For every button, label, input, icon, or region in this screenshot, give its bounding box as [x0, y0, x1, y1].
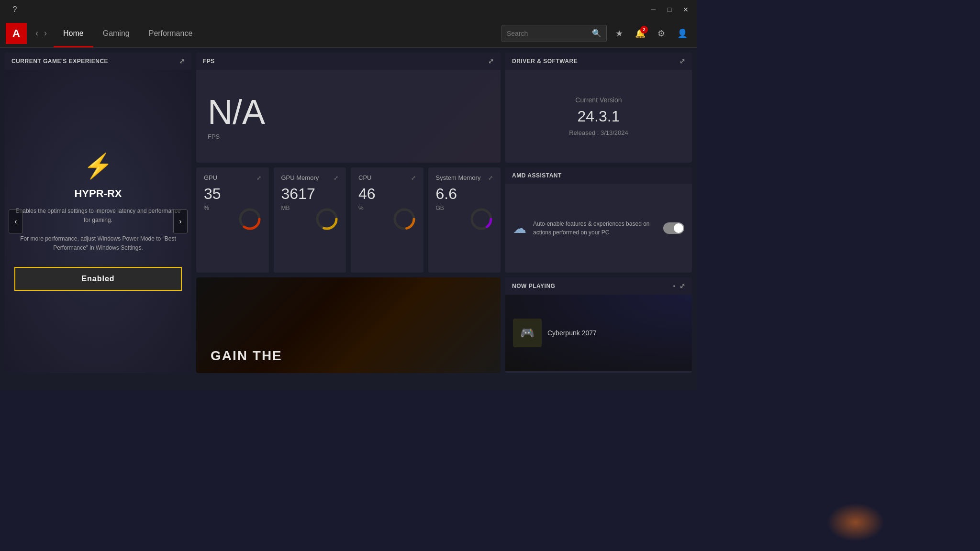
game-prev-button[interactable]: ‹ [9, 209, 23, 233]
gpu-metric-card: GPU ⤢ 35 % [196, 167, 269, 273]
game-desc1: Enables the optimal settings to improve … [14, 207, 182, 225]
driver-release-date: Released : 3/13/2024 [569, 129, 628, 136]
game-title: HYPR-RX [74, 187, 122, 200]
fps-unit: FPS [208, 133, 489, 140]
game-panel-title: CURRENT GAME'S EXPERIENCE [11, 58, 108, 65]
tab-gaming[interactable]: Gaming [93, 19, 139, 47]
now-playing-title: NOW PLAYING [512, 283, 555, 289]
metrics-grid: GPU ⤢ 35 % GPU Memory ⤢ [196, 167, 501, 273]
assistant-description: Auto-enable features & experiences based… [533, 220, 657, 237]
search-icon: 🔍 [592, 29, 601, 38]
cpu-value: 46 [358, 185, 376, 203]
fps-body: N/A FPS [196, 70, 501, 163]
cpu-gauge [391, 206, 418, 234]
gear-icon: ⚙ [657, 28, 665, 39]
user-button[interactable]: 👤 [674, 25, 691, 42]
fps-value: N/A [208, 95, 489, 129]
maximize-button[interactable]: □ [662, 4, 677, 15]
game-panel-body: ‹ › ⚡ HYPR-RX Enables the optimal settin… [5, 70, 191, 373]
cpu-label: CPU [358, 174, 371, 181]
assistant-panel-header: AMD ASSISTANT [505, 167, 692, 184]
gpu-memory-expand-icon[interactable]: ⤢ [334, 175, 338, 181]
driver-panel-title: DRIVER & SOFTWARE [512, 58, 578, 65]
star-icon: ★ [615, 28, 623, 39]
fps-panel-title: FPS [203, 58, 215, 65]
gpu-unit: % [204, 205, 221, 211]
minimize-button[interactable]: ─ [646, 4, 660, 15]
nav-bar: A ‹ › Home Gaming Performance 🔍 ★ 🔔 2 ⚙ … [0, 19, 697, 48]
cpu-unit: % [358, 205, 376, 211]
promo-background: GAIN THE [196, 277, 501, 373]
system-memory-expand-icon[interactable]: ⤢ [488, 175, 493, 181]
enabled-button[interactable]: Enabled [14, 267, 182, 291]
driver-panel-header: DRIVER & SOFTWARE ⤢ [505, 53, 692, 70]
fps-panel: FPS ⤢ N/A FPS [196, 53, 501, 163]
gpu-expand-icon[interactable]: ⤢ [256, 175, 261, 181]
now-playing-body: 🎮 Cyberpunk 2077 [505, 295, 692, 371]
game-panel-header: CURRENT GAME'S EXPERIENCE ⤢ [5, 53, 191, 70]
game-panel-expand-icon[interactable]: ⤢ [179, 57, 185, 65]
logo-text: A [12, 27, 20, 40]
notifications-button[interactable]: 🔔 2 [632, 25, 649, 42]
gpu-memory-value: 3617 [281, 185, 315, 203]
gpu-gauge [236, 206, 263, 234]
cpu-metric-card: CPU ⤢ 46 % [351, 167, 423, 273]
gpu-memory-header: GPU Memory ⤢ [281, 174, 339, 181]
favorites-button[interactable]: ★ [611, 25, 628, 42]
game-experience-panel: CURRENT GAME'S EXPERIENCE ⤢ ‹ › ⚡ HYPR-R… [5, 53, 191, 373]
cpu-metric-header: CPU ⤢ [358, 174, 416, 181]
now-playing-dot: • [673, 283, 676, 289]
game-next-button[interactable]: › [173, 209, 188, 233]
tab-home[interactable]: Home [54, 19, 93, 47]
now-playing-panel: NOW PLAYING • ⤢ 🎮 Cyberpunk 2077 [505, 277, 692, 373]
assistant-panel: AMD ASSISTANT ☁ Auto-enable features & e… [505, 167, 692, 273]
gpu-memory-metric-card: GPU Memory ⤢ 3617 MB [274, 167, 346, 273]
tab-performance[interactable]: Performance [139, 19, 202, 47]
driver-panel: DRIVER & SOFTWARE ⤢ Current Version 24.3… [505, 53, 692, 163]
assistant-toggle[interactable] [663, 222, 684, 234]
cloud-icon: ☁ [513, 220, 526, 236]
main-content: CURRENT GAME'S EXPERIENCE ⤢ ‹ › ⚡ HYPR-R… [0, 48, 697, 390]
gpu-memory-unit: MB [281, 205, 315, 211]
gpu-label: GPU [204, 174, 217, 181]
system-memory-header: System Memory ⤢ [436, 174, 493, 181]
gpu-memory-label: GPU Memory [281, 174, 319, 181]
system-memory-unit: GB [436, 205, 457, 211]
system-memory-gauge [468, 206, 495, 234]
forward-button[interactable]: › [41, 24, 50, 43]
help-button[interactable]: ? [8, 4, 22, 15]
fps-expand-icon[interactable]: ⤢ [488, 57, 494, 65]
driver-expand-icon[interactable]: ⤢ [679, 57, 686, 65]
gpu-metric-header: GPU ⤢ [204, 174, 261, 181]
toggle-knob [674, 223, 683, 233]
system-memory-metric-card: System Memory ⤢ 6.6 GB [428, 167, 501, 273]
notification-badge: 2 [640, 26, 648, 33]
gpu-memory-gauge [313, 206, 340, 234]
user-icon: 👤 [677, 28, 688, 39]
title-bar: ? ─ □ ✕ [0, 0, 697, 19]
cpu-expand-icon[interactable]: ⤢ [411, 175, 416, 181]
gpu-value: 35 [204, 185, 221, 203]
game-desc2: For more performance, adjust Windows Pow… [14, 234, 182, 253]
game-icon: ⚡ [83, 152, 113, 180]
search-box[interactable]: 🔍 [501, 25, 607, 42]
back-button[interactable]: ‹ [33, 24, 41, 43]
promo-panel: GAIN THE [196, 277, 501, 373]
close-button[interactable]: ✕ [679, 4, 693, 15]
search-input[interactable] [507, 30, 588, 37]
system-memory-label: System Memory [436, 174, 481, 181]
assistant-body: ☁ Auto-enable features & experiences bas… [505, 184, 692, 273]
nav-tabs: Home Gaming Performance [54, 19, 501, 47]
promo-text: GAIN THE [211, 348, 282, 364]
fps-panel-header: FPS ⤢ [196, 53, 501, 70]
now-playing-header: NOW PLAYING • ⤢ [505, 277, 692, 295]
now-playing-expand-icon[interactable]: ⤢ [679, 282, 686, 290]
assistant-panel-title: AMD ASSISTANT [512, 172, 562, 179]
game-thumbnail: 🎮 [513, 319, 542, 347]
settings-button[interactable]: ⚙ [653, 25, 670, 42]
nav-actions: 🔍 ★ 🔔 2 ⚙ 👤 [501, 25, 691, 42]
amd-logo: A [6, 23, 27, 44]
driver-body: Current Version 24.3.1 Released : 3/13/2… [505, 70, 692, 163]
driver-version-value: 24.3.1 [578, 108, 620, 125]
now-playing-game-title: Cyberpunk 2077 [547, 329, 597, 337]
